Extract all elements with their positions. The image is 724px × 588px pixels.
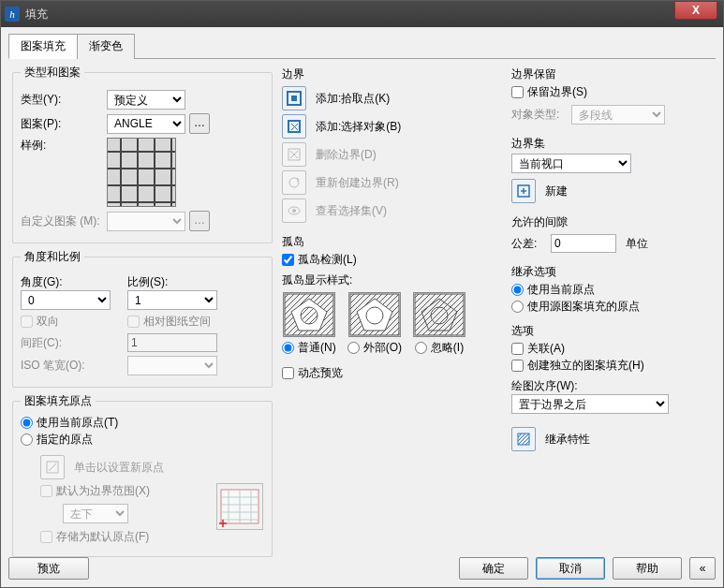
- pattern-label: 图案(P):: [21, 116, 103, 132]
- svg-point-24: [289, 178, 299, 187]
- sample-label: 样例:: [21, 138, 103, 154]
- associative-checkbox[interactable]: 关联(A): [511, 341, 565, 357]
- island-normal-radio[interactable]: 普通(N): [282, 340, 336, 356]
- boundary-header: 边界: [282, 66, 502, 82]
- unit-label: 单位: [626, 236, 648, 252]
- tolerance-input[interactable]: [551, 234, 616, 253]
- preview-button[interactable]: 预览: [8, 557, 89, 580]
- inherit-use-current-radio[interactable]: 使用当前原点: [511, 282, 595, 298]
- svg-point-26: [292, 209, 296, 213]
- delete-boundary-icon: [282, 142, 306, 167]
- island-style-label: 孤岛显示样式:: [282, 272, 502, 288]
- view-selection-button: 查看选择集(V): [282, 198, 502, 223]
- inherit-properties-icon: [511, 427, 536, 451]
- origin-use-current-radio[interactable]: 使用当前原点(T): [21, 415, 118, 431]
- tab-gradient[interactable]: 渐变色: [77, 34, 135, 59]
- island-outer-radio[interactable]: 外部(O): [347, 340, 402, 356]
- rel-paper-checkbox: 相对图纸空间: [127, 314, 211, 330]
- angle-select[interactable]: 0: [21, 290, 111, 310]
- draworder-label: 绘图次序(W):: [511, 378, 689, 394]
- boundary-set-new-button[interactable]: 新建: [511, 179, 689, 203]
- spacing-label: 间距(C):: [21, 335, 124, 351]
- island-outer-pic[interactable]: [348, 292, 401, 337]
- type-select[interactable]: 预定义: [107, 90, 185, 110]
- gap-header: 允许的间隙: [511, 214, 689, 230]
- recreate-boundary-button: 重新创建边界(R): [282, 170, 502, 195]
- default-extent-checkbox: 默认为边界范围(X): [40, 483, 150, 499]
- tabstrip: 图案填充 渐变色: [8, 33, 716, 59]
- inherit-use-source-radio[interactable]: 使用源图案填充的原点: [511, 299, 640, 315]
- group-angle-scale: 角度和比例 角度(G): 0 比例(S): 1 双向 相对图纸空间: [12, 249, 273, 388]
- svg-point-32: [366, 307, 383, 324]
- custom-pattern-label: 自定义图案 (M):: [21, 213, 103, 229]
- sample-swatch[interactable]: [107, 138, 176, 207]
- close-button[interactable]: X: [674, 1, 717, 20]
- boundary-retain-header: 边界保留: [511, 66, 689, 82]
- pattern-browse-button[interactable]: …: [189, 113, 210, 134]
- inherit-properties-button[interactable]: 继承特性: [511, 427, 689, 451]
- island-ignore-pic[interactable]: [413, 292, 465, 337]
- spacing-input: [127, 333, 217, 352]
- window-title: 填充: [25, 7, 719, 22]
- custom-pattern-browse: …: [189, 211, 210, 231]
- recreate-boundary-icon: [282, 170, 306, 195]
- store-default-checkbox: 存储为默认原点(F): [40, 529, 149, 545]
- angle-label: 角度(G):: [21, 274, 124, 290]
- legend-angle-scale: 角度和比例: [21, 249, 84, 265]
- draworder-select[interactable]: 置于边界之后: [511, 394, 669, 414]
- double-checkbox: 双向: [21, 314, 124, 330]
- add-select-object-button[interactable]: 添加:选择对象(B): [282, 114, 502, 139]
- group-type-pattern: 类型和图案 类型(Y): 预定义 图案(P): ANGLE … 样例:: [12, 65, 273, 243]
- origin-specified-radio[interactable]: 指定的原点: [21, 432, 93, 448]
- island-ignore-radio[interactable]: 忽略(I): [415, 340, 464, 356]
- island-normal-pic[interactable]: [283, 292, 335, 337]
- svg-rect-0: [108, 139, 175, 206]
- add-pick-point-button[interactable]: 添加:拾取点(K): [282, 86, 502, 110]
- boundary-set-header: 边界集: [511, 136, 689, 152]
- pick-point-icon: [282, 86, 306, 110]
- custom-pattern-select: [107, 212, 185, 231]
- tab-hatch[interactable]: 图案填充: [8, 34, 78, 59]
- dynamic-preview-checkbox[interactable]: 动态预览: [282, 365, 502, 381]
- tolerance-label: 公差:: [511, 236, 547, 252]
- scale-select[interactable]: 1: [127, 290, 217, 310]
- new-icon: [511, 179, 536, 203]
- default-extent-select: 左下: [63, 504, 128, 523]
- keep-boundary-checkbox[interactable]: 保留边界(S): [511, 84, 587, 100]
- view-selection-icon: [282, 198, 306, 223]
- inherit-options-header: 继承选项: [511, 264, 689, 280]
- group-origin: 图案填充原点 使用当前原点(T) 指定的原点 单击以设置新原点 默认为边界范围(…: [12, 393, 273, 557]
- collapse-button[interactable]: «: [689, 557, 716, 580]
- svg-point-29: [301, 307, 318, 324]
- legend-type-pattern: 类型和图案: [21, 65, 84, 81]
- origin-preview: [216, 483, 263, 530]
- delete-boundary-button: 删除边界(D): [282, 142, 502, 167]
- scale-label: 比例(S):: [127, 274, 230, 290]
- cancel-button[interactable]: 取消: [536, 557, 605, 580]
- island-header: 孤岛: [282, 234, 502, 250]
- legend-origin: 图案填充原点: [21, 393, 96, 409]
- independent-checkbox[interactable]: 创建独立的图案填充(H): [511, 358, 644, 374]
- objtype-select: 多段线: [571, 105, 665, 125]
- island-detect-checkbox[interactable]: 孤岛检测(L): [282, 252, 357, 268]
- select-object-icon: [282, 114, 306, 139]
- svg-rect-21: [291, 96, 297, 101]
- svg-rect-37: [518, 434, 529, 445]
- pattern-select[interactable]: ANGLE: [107, 114, 185, 134]
- set-new-origin-button: 单击以设置新原点: [40, 455, 263, 479]
- type-label: 类型(Y):: [21, 92, 103, 108]
- iso-select: [127, 356, 217, 375]
- help-button[interactable]: 帮助: [613, 557, 682, 580]
- boundary-set-select[interactable]: 当前视口: [511, 154, 631, 173]
- ok-button[interactable]: 确定: [459, 557, 528, 580]
- iso-label: ISO 笔宽(O):: [21, 358, 124, 374]
- options-header: 选项: [511, 323, 689, 339]
- app-icon: h: [5, 7, 20, 22]
- objtype-label: 对象类型:: [511, 107, 568, 123]
